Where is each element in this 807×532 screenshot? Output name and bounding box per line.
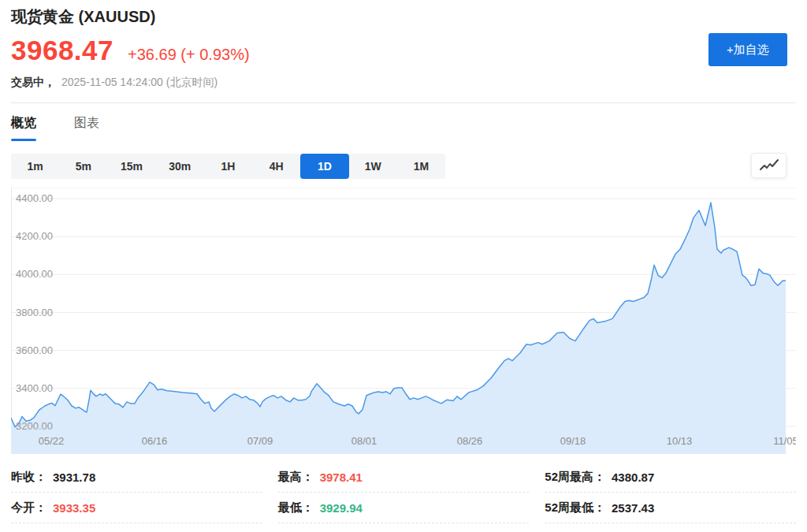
x-axis-label: 11/05 [773, 435, 796, 447]
stat-value: 3933.35 [53, 501, 95, 515]
price-chart[interactable]: 4400.004200.004000.003800.003600.003400.… [11, 188, 796, 454]
stat-label: 52周最低： [545, 500, 605, 515]
price-area-fill [11, 203, 786, 454]
stats-column: 52周最高：4380.8752周最低：2537.43 [545, 462, 796, 523]
header-divider [11, 102, 796, 103]
stat-row: 最低：3929.94 [278, 493, 530, 523]
trading-status: 交易中， [11, 76, 55, 88]
stats-column: 最高：3978.41最低：3929.94 [278, 462, 530, 523]
tab-chart[interactable]: 图表 [74, 115, 99, 141]
stat-value: 3929.94 [320, 501, 363, 515]
range-button-1H[interactable]: 1H [204, 154, 252, 179]
quote-page: 现货黄金 (XAUUSD) 3968.47 +36.69 (+ 0.93%) 交… [0, 0, 807, 532]
price-row: 3968.47 +36.69 (+ 0.93%) [11, 35, 250, 66]
x-axis-label: 06/16 [142, 435, 168, 447]
range-button-1W[interactable]: 1W [349, 154, 397, 179]
range-button-30m[interactable]: 30m [156, 154, 204, 179]
tab-bar: 概览 图表 [11, 115, 99, 141]
trading-status-row: 交易中， 2025-11-05 14:24:00 (北京时间) [11, 76, 218, 90]
stat-value: 4380.87 [612, 471, 654, 484]
x-axis-label: 07/09 [247, 435, 273, 447]
stat-label: 昨收： [11, 470, 46, 485]
line-chart-icon [759, 158, 779, 173]
range-button-1M[interactable]: 1M [397, 154, 445, 179]
x-axis-label: 05/22 [39, 435, 65, 447]
stats-grid: 昨收：3931.78今开：3933.35最高：3978.41最低：3929.94… [11, 462, 796, 523]
y-axis-label: 3200.00 [16, 420, 53, 433]
timezone-label: (北京时间) [166, 76, 218, 88]
range-button-1m[interactable]: 1m [11, 154, 59, 179]
y-axis-label: 3600.00 [16, 344, 53, 357]
range-button-15m[interactable]: 15m [107, 154, 155, 179]
x-axis-label: 08/01 [351, 435, 377, 447]
stats-column: 昨收：3931.78今开：3933.35 [11, 462, 262, 523]
current-price: 3968.47 [11, 35, 113, 66]
stat-label: 最低： [278, 500, 314, 515]
area-chart-canvas [11, 188, 796, 454]
y-axis-label: 4200.00 [16, 230, 53, 243]
quote-timestamp: 2025-11-05 14:24:00 [61, 76, 163, 88]
range-button-5m[interactable]: 5m [59, 154, 107, 179]
stat-row: 今开：3933.35 [11, 493, 262, 523]
price-change: +36.69 (+ 0.93%) [128, 46, 250, 64]
add-watchlist-button[interactable]: +加自选 [708, 33, 787, 66]
stat-label: 今开： [11, 500, 46, 515]
tab-label: 概览 [11, 116, 36, 129]
tab-label: 图表 [74, 116, 99, 129]
stat-value: 3931.78 [53, 471, 95, 484]
stat-value: 3978.41 [320, 471, 363, 484]
x-axis-label: 08/26 [457, 435, 483, 447]
tab-active-underline [11, 139, 36, 141]
x-axis-label: 09/18 [560, 435, 586, 447]
y-axis-label: 3800.00 [16, 307, 53, 319]
stat-row: 昨收：3931.78 [11, 462, 262, 493]
x-axis-label: 10/13 [667, 435, 693, 447]
y-axis-label: 4400.00 [16, 192, 53, 205]
chart-type-button[interactable] [751, 153, 787, 178]
page-title: 现货黄金 (XAUUSD) [11, 6, 155, 28]
stat-row: 52周最高：4380.87 [545, 462, 796, 493]
range-button-4H[interactable]: 4H [252, 154, 300, 179]
tab-active-underline [74, 139, 99, 141]
stat-label: 最高： [278, 470, 314, 485]
range-button-1D[interactable]: 1D [300, 154, 348, 179]
y-axis-label: 4000.00 [16, 268, 53, 281]
range-bar: 1m5m15m30m1H4H1D1W1M [11, 154, 445, 179]
stat-row: 最高：3978.41 [278, 462, 530, 493]
y-axis-label: 3400.00 [16, 382, 53, 395]
stat-label: 52周最高： [545, 470, 605, 485]
tab-overview[interactable]: 概览 [11, 115, 36, 141]
stat-value: 2537.43 [612, 501, 654, 515]
stat-row: 52周最低：2537.43 [545, 493, 796, 523]
